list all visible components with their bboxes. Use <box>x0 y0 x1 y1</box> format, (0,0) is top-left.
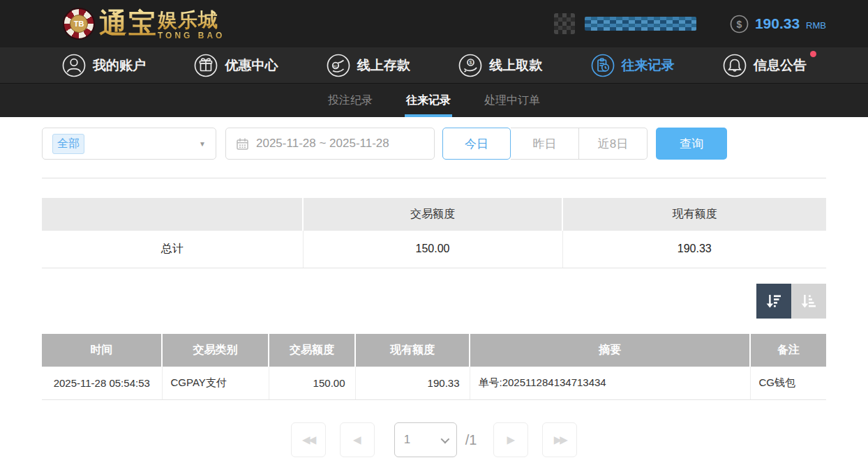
logo-title: 通宝 娱乐城 TONG BAO <box>99 7 225 40</box>
nav-item-deposit[interactable]: AU 线上存款 <box>326 53 410 78</box>
deposit-icon: AU <box>326 53 351 78</box>
site-logo[interactable]: TB 通宝 娱乐城 TONG BAO <box>63 7 225 40</box>
username-redacted[interactable] <box>585 17 696 31</box>
nav-item-promotions[interactable]: 优惠中心 <box>193 53 278 78</box>
svg-text:$: $ <box>469 59 472 66</box>
summary-col-blank <box>42 198 303 231</box>
summary-total-row: 总计 150.00 190.33 <box>42 231 826 268</box>
casino-chip-icon: TB <box>63 8 95 40</box>
content-area: 全部 ▼ 2025-11-28 ~ 2025-11-28 今日 昨日 近8日 查… <box>0 117 868 457</box>
summary-col-current-balance: 现有额度 <box>562 198 826 231</box>
chevron-down-icon <box>440 434 449 443</box>
logo-title-en: TONG BAO <box>158 31 225 40</box>
total-pages-label: /1 <box>465 432 477 448</box>
dollar-circle-icon: $ <box>730 15 749 33</box>
last-page-button[interactable]: ▶▶ <box>542 422 577 457</box>
page-select-value: 1 <box>404 433 410 447</box>
quick-range-group: 今日 昨日 近8日 <box>442 128 648 160</box>
cell-note: CG钱包 <box>750 367 826 400</box>
date-range-value: 2025-11-28 ~ 2025-11-28 <box>256 137 389 151</box>
gift-icon <box>193 53 218 78</box>
summary-total-balance: 190.33 <box>562 231 826 268</box>
search-button[interactable]: 查询 <box>656 128 727 160</box>
col-summary: 摘要 <box>470 334 750 367</box>
cell-current-balance: 190.33 <box>355 367 470 400</box>
transaction-type-select[interactable]: 全部 ▼ <box>42 128 216 160</box>
summary-total-transaction: 150.00 <box>303 231 562 268</box>
topbar: TB 通宝 娱乐城 TONG BAO $ 190.33 RMB <box>0 0 868 47</box>
col-transaction-amount: 交易额度 <box>269 334 355 367</box>
col-time: 时间 <box>42 334 162 367</box>
withdraw-icon: $ <box>458 53 483 78</box>
records-table: 时间 交易类别 交易额度 现有额度 摘要 备注 2025-11-28 05:54… <box>42 334 826 401</box>
tab-processing-orders[interactable]: 处理中订单 <box>483 84 541 117</box>
nav-item-transaction-records[interactable]: 往来记录 <box>590 53 675 78</box>
user-icon <box>61 53 87 78</box>
col-current-balance: 现有额度 <box>355 334 470 367</box>
cell-time: 2025-11-28 05:54:53 <box>42 367 162 400</box>
section-divider <box>42 178 826 178</box>
prev-page-button[interactable]: ◀ <box>340 422 375 457</box>
svg-text:AU: AU <box>333 63 338 68</box>
chip-label: TB <box>70 15 88 33</box>
nav-item-my-account[interactable]: 我的账户 <box>61 53 146 78</box>
range-today-button[interactable]: 今日 <box>442 128 511 160</box>
chevron-down-icon: ▼ <box>199 140 206 148</box>
logo-title-sub: 娱乐城 <box>158 10 225 31</box>
first-page-button[interactable]: ◀◀ <box>291 422 326 457</box>
nav-item-announcements[interactable]: 信息公告 <box>722 53 807 78</box>
tab-bet-records[interactable]: 投注纪录 <box>327 84 374 117</box>
page-select[interactable]: 1 <box>394 422 457 457</box>
table-row: 2025-11-28 05:54:53 CGPAY支付 150.00 190.3… <box>42 367 826 400</box>
cell-transaction-type: CGPAY支付 <box>162 367 269 400</box>
main-nav: 我的账户 优惠中心 AU 线上存款 <box>0 47 868 84</box>
calendar-icon <box>236 137 249 151</box>
selected-type-chip: 全部 <box>52 134 84 154</box>
notification-dot <box>810 51 816 57</box>
balance[interactable]: $ 190.33 RMB <box>730 15 826 33</box>
record-subtabs: 投注纪录 往来记录 处理中订单 <box>0 84 868 117</box>
date-range-input[interactable]: 2025-11-28 ~ 2025-11-28 <box>225 128 435 160</box>
balance-currency: RMB <box>806 20 826 31</box>
balance-amount: 190.33 <box>755 15 800 32</box>
pagination: ◀◀ ◀ 1 /1 ▶ ▶▶ <box>42 422 826 457</box>
summary-total-label: 总计 <box>42 231 303 268</box>
range-last8days-button[interactable]: 近8日 <box>579 128 648 160</box>
tab-transaction-records[interactable]: 往来记录 <box>405 84 452 117</box>
sort-controls <box>42 284 826 319</box>
sort-descending-icon <box>765 292 783 310</box>
range-yesterday-button[interactable]: 昨日 <box>511 128 579 160</box>
col-transaction-type: 交易类别 <box>162 334 269 367</box>
col-note: 备注 <box>750 334 826 367</box>
sort-descending-button[interactable] <box>756 284 791 319</box>
summary-table: 交易额度 现有额度 总计 150.00 190.33 <box>42 198 826 268</box>
sort-ascending-button[interactable] <box>791 284 826 319</box>
bell-icon <box>722 53 747 78</box>
svg-text:$: $ <box>736 19 742 30</box>
sort-ascending-icon <box>800 292 818 310</box>
nav-item-withdraw[interactable]: $ 线上取款 <box>458 53 542 78</box>
records-icon <box>590 53 615 78</box>
filter-row: 全部 ▼ 2025-11-28 ~ 2025-11-28 今日 昨日 近8日 查… <box>42 128 826 160</box>
cell-transaction-amount: 150.00 <box>269 367 355 400</box>
user-avatar-redacted[interactable] <box>554 13 575 34</box>
records-header-row: 时间 交易类别 交易额度 现有额度 摘要 备注 <box>42 334 826 367</box>
summary-header-row: 交易额度 现有额度 <box>42 198 826 231</box>
summary-col-transaction-amount: 交易额度 <box>303 198 562 231</box>
next-page-button[interactable]: ▶ <box>493 422 528 457</box>
cell-summary: 单号:202511284134713434 <box>470 367 750 400</box>
logo-title-main: 通宝 <box>99 7 158 39</box>
